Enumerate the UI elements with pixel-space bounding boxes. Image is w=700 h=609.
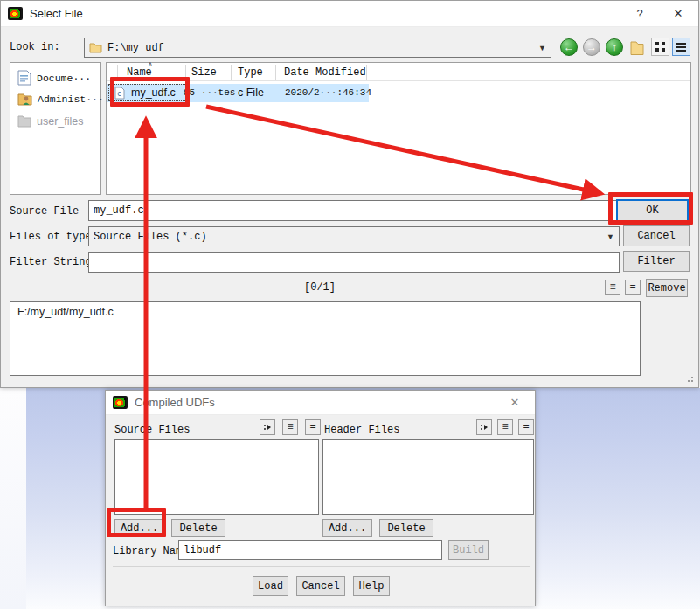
select-file-dialog: Select File ? ✕ Look in: F:\my_udf ▼ ← →… bbox=[0, 0, 699, 388]
new-folder-icon[interactable] bbox=[629, 38, 645, 56]
back-button[interactable]: ← bbox=[560, 38, 578, 56]
look-in-label: Look in: bbox=[10, 41, 60, 53]
select-file-titlebar[interactable]: Select File ? ✕ bbox=[1, 1, 698, 27]
compiled-udfs-titlebar[interactable]: Compiled UDFs ✕ bbox=[106, 391, 535, 415]
delete-header-button[interactable]: Delete bbox=[379, 519, 433, 537]
column-header-type[interactable]: Type bbox=[238, 66, 263, 79]
fluent-app-icon bbox=[113, 396, 128, 409]
selected-file-path[interactable]: F:/my_udf/my_udf.c bbox=[17, 306, 114, 318]
header-files-listbox[interactable] bbox=[322, 439, 534, 515]
selection-counter: [0/1] bbox=[88, 281, 551, 294]
up-button[interactable]: ↑ bbox=[606, 38, 623, 56]
filter-button[interactable]: Filter bbox=[623, 251, 690, 272]
sidebar-item-administrator[interactable]: Administ··· bbox=[17, 92, 104, 106]
list-icon bbox=[676, 42, 686, 52]
highlight-box-my-udf-file bbox=[110, 77, 190, 107]
close-icon[interactable]: ✕ bbox=[665, 4, 691, 24]
column-header-date[interactable]: Date Modified bbox=[284, 66, 366, 79]
filter-string-input[interactable] bbox=[94, 256, 614, 268]
resize-grip[interactable] bbox=[685, 376, 693, 384]
list-button[interactable]: ≡ bbox=[282, 419, 298, 435]
cancel-button[interactable]: Cancel bbox=[296, 576, 345, 596]
list-button[interactable]: ≡ bbox=[605, 280, 620, 295]
file-type-cell: c File bbox=[238, 87, 264, 99]
equals-button[interactable]: = bbox=[518, 419, 534, 435]
file-list: Name ∧ Size Type Date Modified c my_udf.… bbox=[106, 62, 691, 195]
files-of-type-select[interactable]: Source Files (*.c) ▼ bbox=[88, 226, 620, 246]
selected-files-listbox[interactable]: F:/my_udf/my_udf.c bbox=[10, 301, 641, 376]
grid-icon bbox=[655, 42, 665, 52]
file-list-header[interactable]: Name ∧ Size Type Date Modified bbox=[107, 63, 690, 81]
close-icon[interactable]: ✕ bbox=[502, 393, 528, 412]
header-files-label: Header Files bbox=[324, 424, 399, 436]
sort-ascending-icon: ∧ bbox=[148, 60, 153, 68]
dialog-title: Select File bbox=[30, 7, 83, 20]
help-button[interactable]: Help bbox=[353, 576, 390, 596]
folder-icon bbox=[89, 42, 102, 53]
column-header-size[interactable]: Size bbox=[191, 66, 217, 79]
sidebar-item-label: user_files bbox=[37, 115, 84, 128]
forward-button[interactable]: → bbox=[583, 38, 600, 56]
add-header-button[interactable]: Add... bbox=[322, 519, 372, 537]
places-sidebar: Docume··· Administ··· user_files bbox=[10, 62, 101, 195]
source-file-input[interactable] bbox=[94, 204, 614, 217]
desktop-edge bbox=[0, 388, 26, 609]
sort-icon bbox=[480, 423, 489, 432]
source-file-field-wrap bbox=[88, 200, 620, 221]
highlight-box-add-button bbox=[107, 508, 166, 537]
sort-icon bbox=[263, 423, 272, 432]
sidebar-item-label: Docume··· bbox=[37, 73, 91, 84]
icon-view-button[interactable] bbox=[651, 38, 669, 56]
filter-string-label: Filter String bbox=[10, 256, 92, 268]
source-files-listbox[interactable] bbox=[114, 439, 319, 515]
sort-button[interactable] bbox=[476, 419, 492, 435]
highlight-box-ok-button bbox=[608, 192, 693, 225]
separator bbox=[113, 566, 530, 567]
sort-button[interactable] bbox=[260, 419, 275, 435]
remove-button[interactable]: Remove bbox=[646, 279, 688, 297]
folder-gray-icon bbox=[17, 114, 31, 128]
library-name-label: Library Name bbox=[113, 545, 188, 557]
sidebar-item-user-files[interactable]: user_files bbox=[17, 114, 84, 128]
look-in-combobox[interactable]: F:\my_udf ▼ bbox=[84, 38, 551, 58]
fluent-app-icon bbox=[8, 7, 23, 20]
files-of-type-value: Source Files (*.c) bbox=[94, 231, 207, 243]
chevron-down-icon[interactable]: ▼ bbox=[538, 44, 546, 52]
file-size-cell: 85 ···tes bbox=[184, 87, 235, 98]
user-folder-icon bbox=[17, 92, 32, 106]
library-name-field-wrap bbox=[178, 540, 442, 560]
files-of-type-label: Files of type: bbox=[10, 231, 98, 243]
file-date-cell: 2020/2···:46:34 bbox=[285, 87, 371, 98]
load-button[interactable]: Load bbox=[253, 576, 288, 596]
equals-button[interactable]: = bbox=[305, 419, 321, 435]
list-button[interactable]: ≡ bbox=[497, 419, 513, 435]
source-files-label: Source Files bbox=[114, 424, 190, 436]
dialog-title: Compiled UDFs bbox=[135, 396, 215, 409]
filter-string-field-wrap bbox=[88, 252, 620, 273]
cancel-button[interactable]: Cancel bbox=[623, 225, 690, 246]
document-icon bbox=[17, 70, 31, 86]
equals-button[interactable]: = bbox=[625, 280, 641, 295]
list-view-button[interactable] bbox=[672, 38, 690, 56]
library-name-input[interactable] bbox=[184, 544, 437, 557]
chevron-down-icon: ▼ bbox=[606, 232, 614, 241]
delete-source-button[interactable]: Delete bbox=[171, 519, 225, 537]
source-file-label: Source File bbox=[10, 205, 79, 218]
help-button[interactable]: ? bbox=[627, 4, 653, 24]
build-button[interactable]: Build bbox=[448, 540, 489, 560]
screen: Select File ? ✕ Look in: F:\my_udf ▼ ← →… bbox=[0, 0, 700, 609]
sidebar-item-label: Administ··· bbox=[38, 93, 104, 105]
sidebar-item-documents[interactable]: Docume··· bbox=[17, 70, 91, 86]
compiled-udfs-dialog: Compiled UDFs ✕ Source Files ≡ = Header … bbox=[105, 390, 536, 606]
look-in-value: F:\my_udf bbox=[107, 42, 164, 54]
